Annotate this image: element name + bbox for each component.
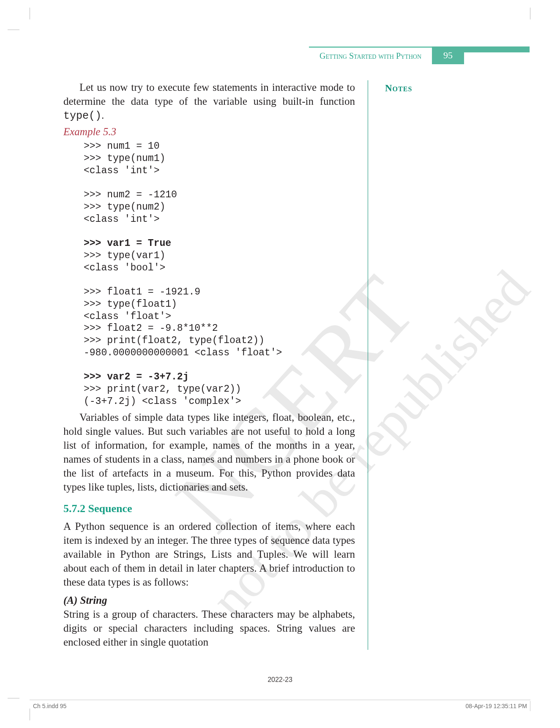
footer-tick bbox=[530, 701, 530, 711]
inline-code-type: type() bbox=[63, 110, 101, 122]
paragraph-sequence: A Python sequence is an ordered collecti… bbox=[63, 519, 355, 589]
intro-text: Let us now try to execute few statements… bbox=[63, 82, 355, 107]
page-header: Getting Started with Python 95 bbox=[309, 46, 530, 64]
code-line: <class 'float'> bbox=[84, 311, 171, 322]
edition-year: 2022-23 bbox=[0, 676, 560, 684]
code-line: >>> print(var2, type(var2)) bbox=[84, 384, 241, 395]
code-line: <class 'int'> bbox=[84, 165, 159, 176]
code-line: >>> num2 = -1210 bbox=[84, 189, 177, 200]
code-line: >>> type(var1) bbox=[84, 250, 165, 261]
code-line: (-3+7.2j) <class 'complex'> bbox=[84, 396, 241, 407]
page-sheet: Getting Started with Python 95 NCERT not… bbox=[0, 0, 560, 728]
main-column: Let us now try to execute few statements… bbox=[63, 80, 355, 650]
footer-timestamp: 08-Apr-19 12:35:11 PM bbox=[465, 703, 527, 709]
footer-rule bbox=[30, 700, 530, 700]
chapter-title: Getting Started with Python bbox=[309, 46, 432, 64]
code-line: >>> print(float2, type(float2)) bbox=[84, 335, 265, 346]
page-content: Let us now try to execute few statements… bbox=[63, 80, 511, 650]
crop-mark bbox=[8, 698, 19, 698]
code-line: >>> var2 = -3+7.2j bbox=[84, 371, 188, 382]
subheading-string: (A) String bbox=[63, 593, 355, 607]
code-line: >>> type(float1) bbox=[84, 299, 177, 310]
footer-file-info: Ch 5.indd 95 bbox=[33, 703, 66, 709]
crop-mark bbox=[530, 8, 530, 19]
crop-mark bbox=[30, 8, 30, 19]
paragraph-simple-types: Variables of simple data types like inte… bbox=[63, 410, 355, 494]
code-line: >>> var1 = True bbox=[84, 238, 171, 249]
intro-paragraph: Let us now try to execute few statements… bbox=[63, 80, 355, 123]
code-line: >>> num1 = 10 bbox=[84, 141, 159, 152]
header-stripe bbox=[464, 46, 530, 52]
example-label: Example 5.3 bbox=[63, 125, 355, 139]
page-number: 95 bbox=[432, 46, 464, 64]
code-line: <class 'bool'> bbox=[84, 262, 165, 273]
code-line: <class 'int'> bbox=[84, 214, 159, 225]
code-line: >>> type(num2) bbox=[84, 202, 165, 213]
code-line: >>> float2 = -9.8*10**2 bbox=[84, 323, 218, 334]
code-line: -980.0000000000001 <class 'float'> bbox=[84, 347, 282, 358]
intro-tail: . bbox=[101, 109, 104, 121]
code-line: >>> float1 = -1921.9 bbox=[84, 286, 200, 297]
notes-column: Notes bbox=[368, 80, 511, 650]
code-example: >>> num1 = 10 >>> type(num1) <class 'int… bbox=[84, 140, 355, 408]
code-line: >>> type(num1) bbox=[84, 153, 165, 164]
crop-mark bbox=[30, 709, 30, 720]
paragraph-string: String is a group of characters. These c… bbox=[63, 607, 355, 649]
crop-mark bbox=[8, 30, 19, 30]
section-heading-sequence: 5.7.2 Sequence bbox=[63, 502, 355, 516]
notes-heading: Notes bbox=[385, 83, 511, 94]
